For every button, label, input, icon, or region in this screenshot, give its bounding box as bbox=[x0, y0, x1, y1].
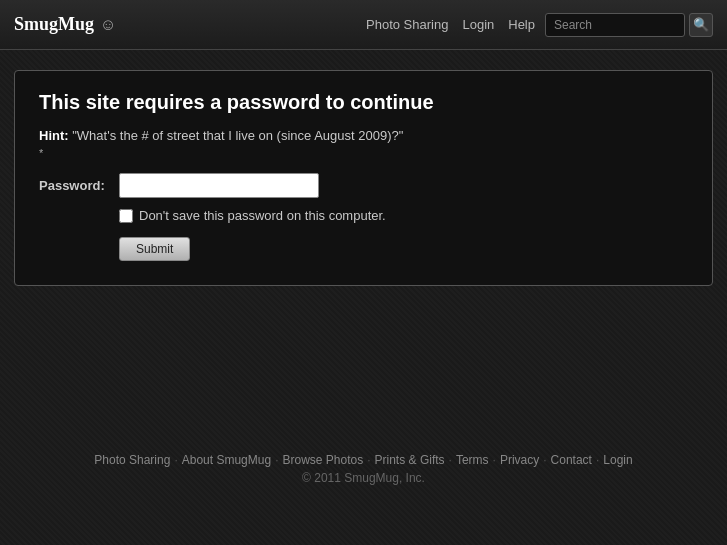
hint-asterisk: * bbox=[39, 147, 688, 159]
footer-links: Photo Sharing·About SmugMug·Browse Photo… bbox=[0, 453, 727, 467]
copyright: © 2011 SmugMug, Inc. bbox=[0, 471, 727, 485]
footer-link[interactable]: Photo Sharing bbox=[94, 453, 170, 467]
search-area: 🔍 bbox=[545, 13, 713, 37]
footer-separator: · bbox=[543, 453, 546, 467]
hint-text: "What's the # of street that I live on (… bbox=[72, 128, 403, 143]
footer-link[interactable]: Terms bbox=[456, 453, 489, 467]
footer-link[interactable]: About SmugMug bbox=[182, 453, 271, 467]
dont-save-checkbox[interactable] bbox=[119, 209, 133, 223]
footer-link[interactable]: Login bbox=[603, 453, 632, 467]
nav-links: Photo Sharing Login Help bbox=[366, 17, 535, 32]
nav-login[interactable]: Login bbox=[462, 17, 494, 32]
footer: Photo Sharing·About SmugMug·Browse Photo… bbox=[0, 453, 727, 485]
footer-separator: · bbox=[449, 453, 452, 467]
header: SmugMug ☺ Photo Sharing Login Help 🔍 bbox=[0, 0, 727, 50]
nav-photo-sharing[interactable]: Photo Sharing bbox=[366, 17, 448, 32]
dont-save-row: Don't save this password on this compute… bbox=[119, 208, 688, 223]
search-button[interactable]: 🔍 bbox=[689, 13, 713, 37]
logo-area: SmugMug ☺ bbox=[14, 14, 116, 35]
footer-link[interactable]: Prints & Gifts bbox=[375, 453, 445, 467]
logo-text[interactable]: SmugMug bbox=[14, 14, 94, 35]
logo-icon: ☺ bbox=[100, 16, 116, 34]
footer-separator: · bbox=[367, 453, 370, 467]
footer-separator: · bbox=[174, 453, 177, 467]
footer-link[interactable]: Privacy bbox=[500, 453, 539, 467]
nav-help[interactable]: Help bbox=[508, 17, 535, 32]
password-box: This site requires a password to continu… bbox=[14, 70, 713, 286]
password-label: Password: bbox=[39, 178, 109, 193]
box-title: This site requires a password to continu… bbox=[39, 91, 688, 114]
footer-link[interactable]: Contact bbox=[551, 453, 592, 467]
hint-label: Hint: bbox=[39, 128, 69, 143]
dont-save-label: Don't save this password on this compute… bbox=[139, 208, 386, 223]
footer-separator: · bbox=[596, 453, 599, 467]
submit-row: Submit bbox=[119, 237, 688, 261]
submit-button[interactable]: Submit bbox=[119, 237, 190, 261]
password-row: Password: bbox=[39, 173, 688, 198]
search-input[interactable] bbox=[545, 13, 685, 37]
main-content: This site requires a password to continu… bbox=[0, 50, 727, 306]
footer-separator: · bbox=[493, 453, 496, 467]
footer-separator: · bbox=[275, 453, 278, 467]
password-input[interactable] bbox=[119, 173, 319, 198]
hint-line: Hint: "What's the # of street that I liv… bbox=[39, 128, 688, 143]
footer-link[interactable]: Browse Photos bbox=[282, 453, 363, 467]
